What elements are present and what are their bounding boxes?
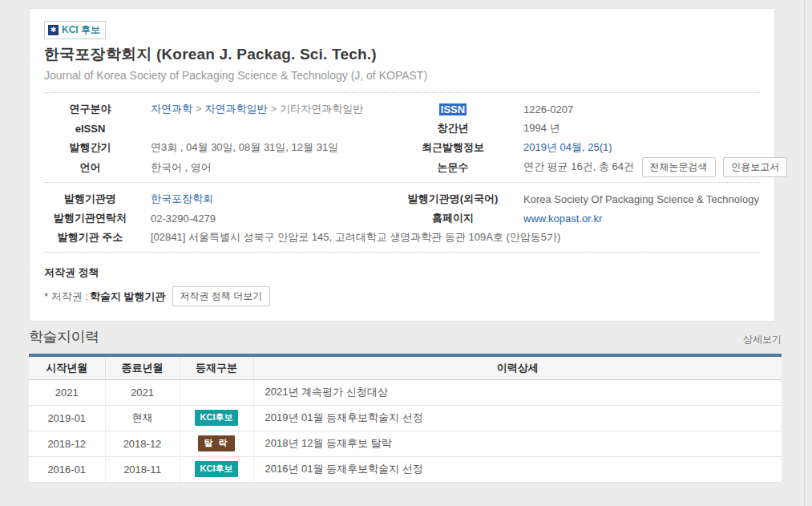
article-count-value: 연간 평균 16건, 총 64건 전체논문검색 인용보고서	[509, 157, 787, 177]
row-address: 발행기관 주소 [02841] 서울특별시 성북구 안암로 145, 고려대학교…	[44, 228, 760, 247]
pub-interval-label: 발행간기	[44, 140, 136, 155]
kci-logo-icon: ✱	[48, 25, 59, 35]
research-field-link-1[interactable]: 자연과학	[151, 103, 192, 115]
history-end: 2021	[105, 379, 180, 405]
recent-pub-label: 최근발행정보	[397, 140, 509, 155]
row-interval-recentpub: 발행간기 연3회 , 04월 30일, 08월 31일, 12월 31일 최근발…	[44, 138, 760, 157]
homepage-value: www.kopast.or.kr	[509, 213, 760, 225]
copyright-prefix: * 저작권 :	[44, 289, 88, 304]
history-section-title: 학술지이력	[29, 327, 99, 346]
publisher-address-value: [02841] 서울특별시 성북구 안암로 145, 고려대학교 생명과학관 동…	[136, 230, 760, 245]
row-research-field-issn: 연구분야 자연과학>자연과학일반>기타자연과학일반 ISSN 1226-0207	[44, 99, 760, 119]
history-start: 2016-01	[29, 456, 105, 482]
research-field-label: 연구분야	[44, 102, 136, 116]
history-detail: 2021년 계속평가 신청대상	[253, 379, 782, 405]
copyright-more-button[interactable]: 저작권 정책 더보기	[172, 286, 271, 306]
issn-label-selected-text: ISSN	[439, 103, 467, 115]
issn-value: 1226-0207	[509, 103, 760, 115]
history-detail: 2018년 12월 등재후보 탈락	[253, 431, 782, 456]
pub-interval-value: 연3회 , 04월 30일, 08월 31일, 12월 31일	[136, 140, 397, 155]
row-contact-homepage: 발행기관연락처 02-3290-4279 홈페이지 www.kopast.or.…	[44, 208, 760, 228]
recent-pub-link[interactable]: 2019년 04월, 25(1)	[523, 141, 612, 153]
dropped-tag: 탈 락	[198, 435, 234, 451]
kci-badge-label: KCI 후보	[62, 23, 100, 37]
col-header-grade: 등재구분	[180, 355, 253, 379]
eissn-label: eISSN	[44, 123, 136, 135]
col-header-end: 종료년월	[105, 355, 180, 379]
first-year-label: 창간년	[397, 121, 509, 136]
page-right-divider	[804, 0, 805, 506]
history-start: 2021	[29, 379, 105, 405]
article-count-label: 논문수	[397, 160, 509, 175]
publisher-value: 한국포장학회	[136, 192, 397, 206]
copyright-holder: 학술지 발행기관	[90, 289, 166, 304]
history-start: 2018-12	[29, 431, 105, 456]
row-eissn-firstyear: eISSN 창간년 1994 년	[44, 119, 760, 138]
publisher-address-label: 발행기관 주소	[44, 230, 136, 245]
journal-subtitle: Journal of Korea Society of Packaging Sc…	[44, 69, 760, 82]
history-row: 2016-01 2018-11 KCI후보 2016년 01월 등재후보학술지 …	[29, 456, 782, 482]
copyright-policy-heading: 저작권 정책	[44, 265, 760, 280]
divider-bottom	[44, 252, 760, 253]
research-field-last: 기타자연과학일반	[280, 103, 363, 115]
publisher-link[interactable]: 한국포장학회	[151, 192, 213, 204]
history-grade: KCI후보	[180, 456, 253, 482]
breadcrumb-separator: >	[196, 103, 202, 115]
language-label: 언어	[44, 160, 136, 175]
history-header-row: 시작년월 종료년월 등재구분 이력상세	[29, 355, 782, 379]
publisher-foreign-value: Korea Society Of Packaging Science & Tec…	[509, 193, 760, 205]
divider-mid	[44, 182, 760, 183]
issn-label: ISSN	[397, 103, 509, 115]
homepage-label: 홈페이지	[397, 211, 509, 225]
first-year-value: 1994 년	[509, 121, 760, 136]
history-table: 시작년월 종료년월 등재구분 이력상세 2021 2021 2021년 계속평가…	[29, 354, 782, 483]
col-header-detail: 이력상세	[253, 355, 782, 379]
copyright-line: * 저작권 : 학술지 발행기관 저작권 정책 더보기	[44, 286, 760, 306]
journal-history-section: 학술지이력 상세보기 시작년월 종료년월 등재구분 이력상세 2021 2021…	[29, 327, 782, 483]
publisher-label: 발행기관명	[44, 192, 136, 206]
history-row: 2018-12 2018-12 탈 락 2018년 12월 등재후보 탈락	[29, 431, 782, 456]
history-grade: KCI후보	[180, 405, 253, 431]
col-header-start: 시작년월	[29, 355, 105, 379]
history-start: 2019-01	[29, 405, 105, 431]
history-end: 2018-12	[105, 431, 180, 456]
article-count-text: 연간 평균 16건, 총 64건	[523, 160, 634, 172]
homepage-link[interactable]: www.kopast.or.kr	[523, 213, 602, 225]
kci-candidate-tag: KCI후보	[195, 461, 239, 476]
row-language-articles: 언어 한국어 , 영어 논문수 연간 평균 16건, 총 64건 전체논문검색 …	[44, 157, 760, 177]
language-value: 한국어 , 영어	[136, 160, 397, 175]
citation-report-button[interactable]: 인용보고서	[723, 157, 787, 177]
history-end: 현재	[105, 405, 180, 431]
history-detail: 2019년 01월 등재후보학술지 선정	[253, 405, 782, 431]
research-field-link-2[interactable]: 자연과학일반	[205, 103, 268, 115]
publisher-contact-value: 02-3290-4279	[136, 213, 397, 225]
divider-top	[44, 92, 760, 93]
history-row: 2019-01 현재 KCI후보 2019년 01월 등재후보학술지 선정	[29, 405, 782, 431]
journal-info-card: ✱ KCI 후보 한국포장학회지 (Korean J. Packag. Sci.…	[29, 8, 775, 322]
kci-candidate-badge: ✱ KCI 후보	[44, 21, 106, 39]
breadcrumb-separator: >	[271, 103, 277, 115]
kci-candidate-tag: KCI후보	[195, 410, 239, 425]
research-field-value: 자연과학>자연과학일반>기타자연과학일반	[136, 102, 397, 116]
search-all-articles-button[interactable]: 전체논문검색	[642, 157, 716, 177]
history-grade: 탈 락	[180, 431, 253, 456]
history-detail-link[interactable]: 상세보기	[743, 333, 782, 346]
journal-title: 한국포장학회지 (Korean J. Packag. Sci. Tech.)	[44, 44, 760, 65]
history-detail: 2016년 01월 등재후보학술지 선정	[253, 456, 782, 482]
history-end: 2018-11	[105, 456, 180, 482]
recent-pub-value: 2019년 04월, 25(1)	[509, 140, 760, 155]
history-grade	[180, 379, 253, 405]
row-publisher: 발행기관명 한국포장학회 발행기관명(외국어) Korea Society Of…	[44, 189, 760, 208]
publisher-foreign-label: 발행기관명(외국어)	[397, 192, 509, 206]
history-row: 2021 2021 2021년 계속평가 신청대상	[29, 379, 782, 405]
publisher-contact-label: 발행기관연락처	[44, 211, 136, 225]
